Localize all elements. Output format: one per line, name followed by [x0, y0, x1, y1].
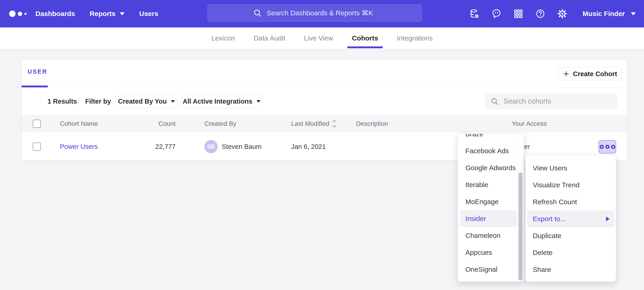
menu-item-appcues[interactable]: Appcues [460, 244, 517, 261]
table-header: Cohort Name Count Created By Last Modifi… [22, 115, 627, 132]
created-by-dropdown[interactable]: Created By You [116, 94, 178, 108]
menu-item-view-users[interactable]: View Users [527, 160, 614, 177]
top-nav: Dashboards Reports Users [0, 0, 644, 28]
menu-item-refresh-count[interactable]: Refresh Count [527, 194, 614, 210]
creator-name: Steven Baum [222, 143, 262, 151]
search-icon [490, 97, 499, 106]
column-header-created-by: Created By [204, 115, 236, 132]
menu-item-duplicate[interactable]: Duplicate [527, 227, 614, 244]
results-count: 1 Results [48, 88, 77, 115]
menu-item-delete[interactable]: Delete [527, 244, 614, 261]
divider [22, 87, 627, 88]
row-checkbox[interactable] [33, 142, 41, 151]
cohort-search-input[interactable] [504, 97, 612, 105]
project-name: Music Finder [582, 10, 625, 18]
sort-icon[interactable] [333, 120, 336, 127]
plus-icon [562, 70, 570, 78]
integrations-dropdown-value: All Active Integrations [183, 98, 252, 105]
top-nav-items: Dashboards Reports Users [36, 0, 158, 28]
tab-lexicon[interactable]: Lexicon [211, 27, 235, 49]
nav-item-users[interactable]: Users [139, 10, 158, 18]
menu-item-insider[interactable]: Insider [460, 210, 517, 227]
select-all-checkbox[interactable] [33, 120, 41, 128]
tab-cohorts[interactable]: Cohorts [352, 27, 378, 49]
tab-live-view[interactable]: Live View [304, 27, 333, 49]
cohorts-page: Dashboards Reports Users [0, 0, 644, 290]
cohort-count: 22,777 [122, 132, 176, 161]
export-destinations-menu: Braze Facebook Ads Google Adwords Iterab… [458, 134, 524, 282]
avatar: SB [204, 140, 218, 153]
column-header-your-access: Your Access [512, 115, 547, 132]
apps-grid-icon[interactable] [513, 9, 524, 19]
nav-item-label: Reports [90, 10, 115, 18]
nav-item-dashboards[interactable]: Dashboards [36, 10, 75, 18]
nav-item-reports[interactable]: Reports [90, 10, 124, 18]
row-more-actions-button[interactable] [598, 140, 616, 154]
menu-item-moengage[interactable]: MoEngage [460, 193, 517, 210]
menu-item-chameleon[interactable]: Chameleon [460, 227, 517, 244]
menu-scrollbar-thumb[interactable] [518, 173, 522, 280]
ellipsis-icon [600, 145, 604, 149]
help-icon[interactable] [535, 9, 546, 19]
menu-item-google-adwords[interactable]: Google Adwords [460, 160, 517, 176]
project-switcher[interactable]: Music Finder [582, 10, 636, 18]
column-header-cohort-name: Cohort Name [60, 115, 98, 132]
filter-by-label: Filter by [85, 88, 111, 115]
submenu-arrow-icon [606, 217, 610, 221]
chevron-down-icon [631, 12, 636, 15]
search-icon [253, 9, 262, 18]
created-by-cell: SB Steven Baum [204, 132, 262, 161]
divider [78, 97, 79, 106]
chevron-down-icon [256, 100, 260, 103]
settings-gear-icon[interactable] [557, 9, 568, 19]
menu-scrollbar-track [517, 134, 524, 281]
integrations-dropdown[interactable]: All Active Integrations [181, 94, 262, 108]
create-cohort-label: Create Cohort [573, 70, 617, 78]
global-search-bar[interactable] [207, 4, 422, 22]
nav-item-label: Users [139, 10, 158, 18]
top-nav-right: Music Finder [469, 0, 636, 28]
global-search-input[interactable] [267, 9, 376, 17]
last-modified-cell: Jan 6, 2021 [291, 132, 326, 161]
tab-user-cohorts[interactable]: USER [28, 68, 47, 75]
column-header-count: Count [122, 115, 176, 132]
create-cohort-button[interactable]: Create Cohort [558, 67, 622, 81]
menu-item-export-to[interactable]: Export to... [527, 210, 614, 227]
menu-item-visualize-trend[interactable]: Visualize Trend [527, 177, 614, 194]
created-by-dropdown-value: Created By You [118, 98, 167, 105]
feedback-icon[interactable] [491, 9, 502, 19]
menu-item-onesignal[interactable]: OneSignal [460, 261, 517, 278]
cohort-name-link[interactable]: Power Users [60, 143, 98, 151]
row-actions-context-menu: View Users Visualize Trend Refresh Count… [525, 155, 616, 282]
active-tab-underline [22, 86, 48, 87]
export-destinations-list: Braze Facebook Ads Google Adwords Iterab… [458, 134, 518, 278]
section-tabs: Lexicon Data Audit Live View Cohorts Int… [0, 28, 644, 49]
row-actions-list: View Users Visualize Trend Refresh Count… [526, 160, 616, 278]
column-header-last-modified: Last Modified [291, 115, 336, 132]
menu-item-facebook-ads[interactable]: Facebook Ads [460, 142, 517, 160]
nav-item-label: Dashboards [36, 10, 75, 18]
menu-item-iterable[interactable]: Iterable [460, 176, 517, 193]
menu-item-share[interactable]: Share [527, 261, 614, 278]
column-header-description: Description [356, 115, 388, 132]
cohort-search-bar[interactable] [485, 93, 618, 109]
data-settings-icon[interactable] [469, 9, 480, 19]
chevron-down-icon [120, 12, 125, 15]
cohorts-panel: USER Create Cohort 1 Results Filter by C… [22, 60, 627, 161]
mixpanel-dots-logo-icon[interactable] [9, 0, 26, 28]
tab-data-audit[interactable]: Data Audit [254, 27, 285, 49]
chevron-down-icon [171, 100, 175, 103]
tab-integrations[interactable]: Integrations [397, 27, 433, 49]
menu-item-braze[interactable]: Braze [460, 134, 517, 142]
